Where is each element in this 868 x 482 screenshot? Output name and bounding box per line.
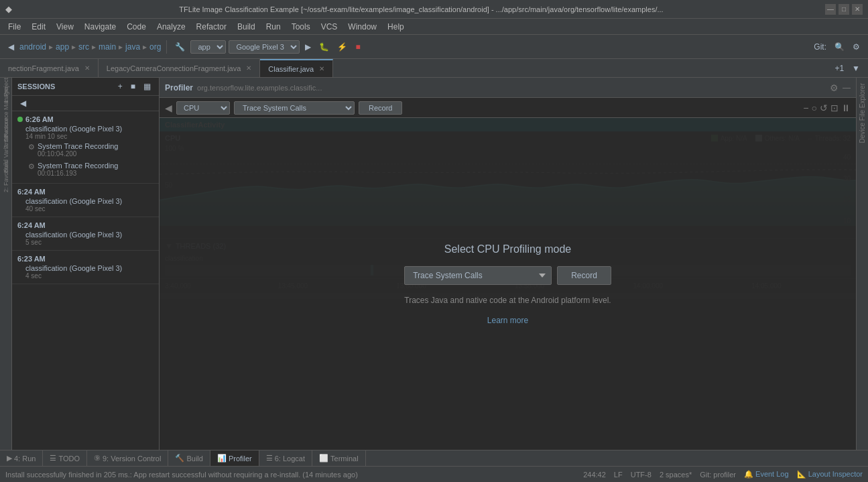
tab-classifier[interactable]: Classifier.java ✕ xyxy=(260,59,333,77)
cpu-dropdown[interactable]: CPU xyxy=(176,101,230,115)
bottom-tab-logcat[interactable]: ☰ 6: Logcat xyxy=(259,450,312,466)
bottom-tab-todo[interactable]: ☰ TODO xyxy=(43,450,87,466)
bottom-tab-vcs[interactable]: ⑨ 9: Version Control xyxy=(87,450,168,466)
status-position[interactable]: 244:42 xyxy=(583,471,606,479)
terminal-label: Terminal xyxy=(330,455,359,463)
pause-icon[interactable]: ⏸ xyxy=(841,103,851,113)
device-dropdown[interactable]: Google Pixel 3 xyxy=(229,40,300,54)
menu-code[interactable]: Code xyxy=(121,21,151,33)
breadcrumb-org[interactable]: org xyxy=(149,42,161,52)
breadcrumb-sep5: ▸ xyxy=(143,42,147,52)
menu-edit[interactable]: Edit xyxy=(26,21,51,33)
minimize-button[interactable]: — xyxy=(825,4,836,15)
overlay-profiling-dropdown[interactable]: Trace System Calls Sample Java Methods T… xyxy=(404,266,552,285)
profile-button[interactable]: ⚡ xyxy=(334,41,350,53)
breadcrumb-app[interactable]: app xyxy=(56,42,69,52)
close-button[interactable]: ✕ xyxy=(852,4,863,15)
session-nav: ◀ xyxy=(12,96,159,111)
bottom-tab-build[interactable]: 🔨 Build xyxy=(168,450,210,466)
tab-close-icon[interactable]: ✕ xyxy=(319,65,324,72)
more-sessions-button[interactable]: ▦ xyxy=(141,80,153,93)
menu-build[interactable]: Build xyxy=(232,21,261,33)
cpu-dropdown-wrapper[interactable]: CPU xyxy=(176,101,230,115)
profiler-minimize-icon[interactable]: — xyxy=(843,83,851,93)
device-selector[interactable]: Google Pixel 3 xyxy=(229,40,300,54)
status-git[interactable]: Git: profiler xyxy=(700,471,736,479)
terminal-icon: ⬜ xyxy=(319,454,328,463)
record-button[interactable]: Record xyxy=(359,101,402,115)
toolbar-separator xyxy=(166,40,167,54)
build-icon[interactable]: 🔧 xyxy=(172,41,188,53)
menu-refactor[interactable]: Refactor xyxy=(191,21,232,33)
layout-inspector-button[interactable]: 📐 Layout Inspector xyxy=(797,470,863,479)
overlay-record-button[interactable]: Record xyxy=(557,266,611,285)
reset-view-icon[interactable]: ↺ xyxy=(820,103,828,113)
window-controls: — □ ✕ xyxy=(825,4,863,15)
tab-settings-button[interactable]: ▼ xyxy=(849,62,863,74)
status-lf[interactable]: LF xyxy=(614,471,623,479)
menu-view[interactable]: View xyxy=(51,21,79,33)
profiler-settings-icon[interactable]: ⚙ xyxy=(830,82,839,93)
bottom-tab-run[interactable]: ▶ 4: Run xyxy=(0,450,43,466)
fit-view-icon[interactable]: ○ xyxy=(812,103,817,113)
breadcrumb-main[interactable]: main xyxy=(99,42,116,52)
session-time-label-4: 6:23 AM xyxy=(17,255,46,263)
menu-help[interactable]: Help xyxy=(382,21,410,33)
sessions-list: 6:26 AM classification (Google Pixel 3) … xyxy=(12,111,159,450)
cpu-back-button[interactable]: ◀ xyxy=(165,103,172,113)
menu-tools[interactable]: Tools xyxy=(286,21,316,33)
bottom-tab-profiler[interactable]: 📊 Profiler xyxy=(210,450,259,466)
session-item-trace2[interactable]: ⚙ System Trace Recording 00:01:16.193 xyxy=(17,160,153,179)
sessions-title: SESSIONS xyxy=(17,82,55,91)
more-tabs-button[interactable]: +1 xyxy=(832,62,847,74)
breadcrumb-java[interactable]: java xyxy=(125,42,140,52)
back-navigation-icon[interactable]: ◀ xyxy=(5,41,17,53)
main-area: 1: Project Resource Manager 7: Structure… xyxy=(0,78,868,450)
stop-button[interactable]: ■ xyxy=(353,41,363,53)
tab-close-icon[interactable]: ✕ xyxy=(246,64,251,72)
status-charset[interactable]: UTF-8 xyxy=(631,471,652,479)
device-file-explorer-tab[interactable]: Device File Explorer xyxy=(859,78,866,148)
stop-session-button[interactable]: ■ xyxy=(128,80,138,93)
app-selector[interactable]: app xyxy=(190,40,226,54)
run-button[interactable]: ▶ xyxy=(302,41,314,53)
maximize-button[interactable]: □ xyxy=(839,4,849,15)
app-dropdown[interactable]: app xyxy=(190,40,226,54)
session-name-1: classification (Google Pixel 3) xyxy=(17,125,153,133)
session-item-trace1[interactable]: ⚙ System Trace Recording 00:10:04.200 xyxy=(17,140,153,160)
menu-navigate[interactable]: Navigate xyxy=(79,21,121,33)
overlay-dropdown-wrapper[interactable]: Trace System Calls Sample Java Methods T… xyxy=(404,266,552,285)
breadcrumb-src[interactable]: src xyxy=(78,42,89,52)
add-session-button[interactable]: + xyxy=(115,80,125,93)
tab-legacy-camera[interactable]: LegacyCameraConnectionFragment.java ✕ xyxy=(99,59,261,77)
menu-run[interactable]: Run xyxy=(261,21,286,33)
frame-select-icon[interactable]: ⊡ xyxy=(830,103,839,113)
search-everywhere-button[interactable]: 🔍 xyxy=(832,41,847,53)
tab-label: nectionFragment.java xyxy=(8,64,79,72)
debug-button[interactable]: 🐛 xyxy=(316,41,332,53)
git-button[interactable]: Git: xyxy=(811,41,829,53)
build-label: Build xyxy=(186,455,202,463)
bottom-tab-terminal[interactable]: ⬜ Terminal xyxy=(312,450,366,466)
menu-file[interactable]: File xyxy=(3,21,26,33)
trace-dropdown[interactable]: Trace System Calls Sample Java Methods T… xyxy=(234,101,355,115)
menu-vcs[interactable]: VCS xyxy=(316,21,343,33)
breadcrumb-sep4: ▸ xyxy=(119,42,123,52)
menu-window[interactable]: Window xyxy=(343,21,382,33)
settings-icon[interactable]: ⚙ xyxy=(850,41,863,53)
status-indent[interactable]: 2 spaces* xyxy=(660,471,692,479)
tab-connection-fragment[interactable]: nectionFragment.java ✕ xyxy=(0,59,99,77)
event-log-icon: 🔔 xyxy=(744,470,753,478)
trace-dropdown-wrapper[interactable]: Trace System Calls Sample Java Methods T… xyxy=(234,101,355,115)
overlay-learn-more-link[interactable]: Learn more xyxy=(487,316,528,325)
tab-close-icon[interactable]: ✕ xyxy=(84,64,90,72)
zoom-out-icon[interactable]: − xyxy=(803,103,808,113)
gear-icon-2: ⚙ xyxy=(28,162,35,171)
favorites-tab[interactable]: 2: Favorites xyxy=(1,166,11,186)
main-toolbar: ◀ android ▸ app ▸ src ▸ main ▸ java ▸ or… xyxy=(0,35,868,59)
event-log-button[interactable]: 🔔 Event Log xyxy=(744,470,789,479)
profiler-content: Profiler org.tensorflow.lite.examples.cl… xyxy=(160,78,856,450)
menu-analyze[interactable]: Analyze xyxy=(151,21,191,33)
session-back-button[interactable]: ◀ xyxy=(17,97,29,109)
breadcrumb-android[interactable]: android xyxy=(19,42,46,52)
